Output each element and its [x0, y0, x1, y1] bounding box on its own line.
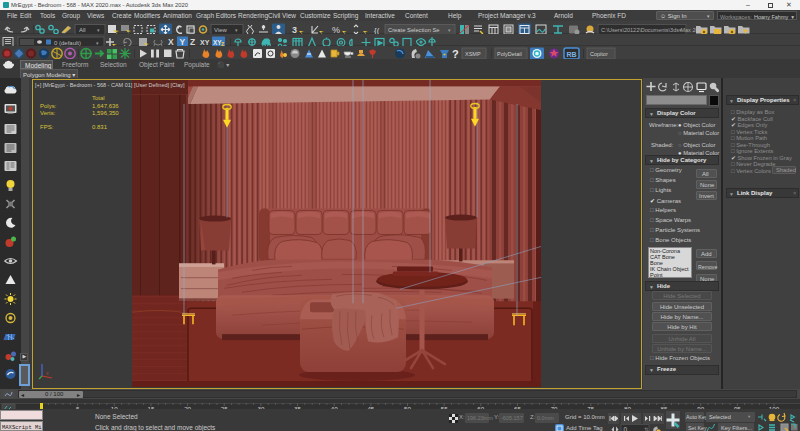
svg-text:View: View [214, 26, 228, 32]
svg-text:x: x [46, 370, 49, 376]
svg-text:C:\Users\20122\Documents\3ds M: C:\Users\20122\Documents\3ds Max 2030 [601, 26, 705, 32]
svg-text:0 (default): 0 (default) [54, 39, 81, 45]
svg-text:RB: RB [567, 50, 577, 57]
svg-text:Create Selection Se: Create Selection Se [388, 26, 440, 32]
svg-text:0: 0 [624, 426, 628, 431]
svg-text:⇅: ⇅ [644, 427, 649, 431]
svg-text:PolyDetail: PolyDetail [497, 50, 522, 56]
svg-text:XSMP: XSMP [465, 50, 481, 56]
svg-text:Copitor: Copitor [590, 50, 608, 56]
svg-text:XY: XY [200, 39, 210, 46]
svg-text:All: All [79, 26, 86, 32]
